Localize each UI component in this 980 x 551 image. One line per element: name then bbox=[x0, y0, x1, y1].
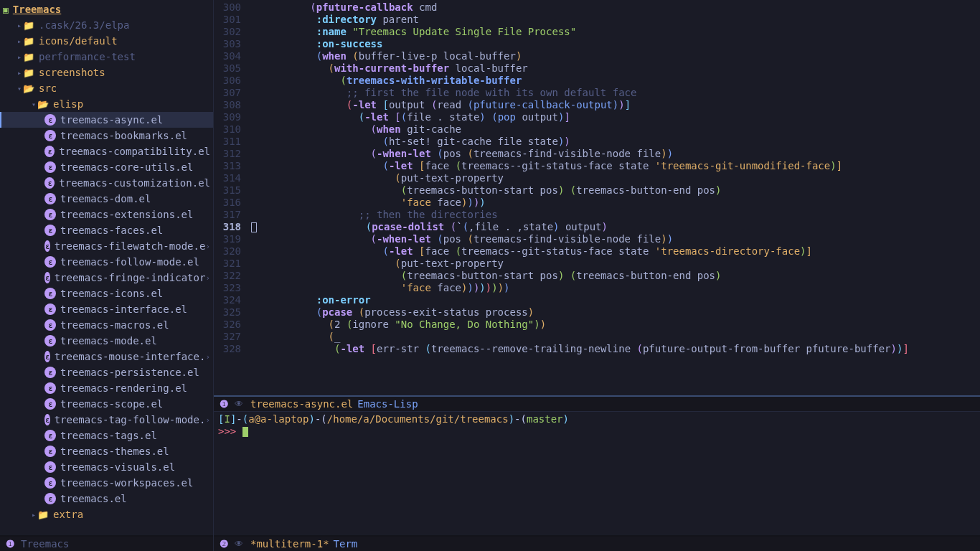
elisp-file-icon: ε bbox=[44, 303, 56, 315]
code-line[interactable]: 308 (-let [output (read (pfuture-callbac… bbox=[214, 99, 980, 111]
tree-folder-extra[interactable]: ▸ 📁 extra bbox=[0, 507, 213, 522]
tree-file[interactable]: εtreemacs-fringe-indicator› bbox=[0, 270, 213, 286]
code-line[interactable]: 322 (treemacs-button-start pos) (treemac… bbox=[214, 270, 980, 282]
tree-file[interactable]: εtreemacs-visuals.el bbox=[0, 459, 213, 475]
file-label: treemacs-tags.el bbox=[60, 430, 157, 441]
elisp-file-icon: ε bbox=[44, 225, 56, 236]
tree-folder[interactable]: ▾📂src bbox=[0, 80, 213, 96]
code-line[interactable]: 303 :on-success bbox=[214, 38, 980, 50]
tree-folder[interactable]: ▾📂elisp bbox=[0, 96, 213, 112]
code-line[interactable]: 328 (-let [err-str (treemacs--remove-tra… bbox=[214, 343, 980, 355]
code-line[interactable]: 325 (pcase (process-exit-status process) bbox=[214, 306, 980, 319]
code-content: (treemacs-button-start pos) (treemacs-bu… bbox=[250, 184, 980, 197]
code-line[interactable]: 323 'face face)))))))) bbox=[214, 282, 980, 294]
code-line[interactable]: 313 (-let [face (treemacs--git-status-fa… bbox=[214, 160, 980, 172]
code-line[interactable]: 305 (with-current-buffer local-buffer bbox=[214, 62, 980, 75]
code-content: (-let [output (read (pfuture-callback-ou… bbox=[250, 99, 980, 111]
elisp-file-icon: ε bbox=[44, 288, 56, 299]
tree-file[interactable]: εtreemacs-filewatch-mode.e› bbox=[0, 238, 213, 254]
code-line[interactable]: 310 (when git-cache bbox=[214, 123, 980, 136]
code-line[interactable]: 321 (put-text-property bbox=[214, 258, 980, 270]
file-label: treemacs-rendering.el bbox=[60, 382, 187, 394]
elisp-file-icon: ε bbox=[44, 319, 56, 331]
code-line[interactable]: 324 :on-error bbox=[214, 294, 980, 306]
window-number: ❶ bbox=[220, 398, 229, 410]
tree-file[interactable]: εtreemacs.el bbox=[0, 491, 213, 507]
tree-folder[interactable]: ▸📁performance-test bbox=[0, 49, 213, 65]
tree-file[interactable]: εtreemacs-compatibility.el bbox=[0, 143, 213, 159]
tree-file[interactable]: εtreemacs-tag-follow-mode.› bbox=[0, 412, 213, 428]
code-line[interactable]: 301 :directory parent bbox=[214, 14, 980, 26]
tree-file[interactable]: εtreemacs-bookmarks.el bbox=[0, 128, 213, 143]
code-line[interactable]: 315 (treemacs-button-start pos) (treemac… bbox=[214, 184, 980, 197]
line-number: 303 bbox=[214, 38, 250, 50]
tree-file[interactable]: εtreemacs-extensions.el bbox=[0, 207, 213, 222]
file-label: treemacs-faces.el bbox=[60, 225, 163, 236]
tree-file[interactable]: εtreemacs-follow-mode.el bbox=[0, 254, 213, 270]
elisp-file-icon: ε bbox=[44, 193, 56, 204]
tree-file[interactable]: εtreemacs-macros.el bbox=[0, 317, 213, 333]
tree-file[interactable]: εtreemacs-core-utils.el bbox=[0, 159, 213, 175]
code-line[interactable]: 327 (_ bbox=[214, 331, 980, 343]
terminal-pane[interactable]: [I]-(a@a-laptop)-(/home/a/Documents/git/… bbox=[214, 411, 980, 551]
file-label: treemacs-extensions.el bbox=[60, 209, 193, 220]
code-line[interactable]: 314 (put-text-property bbox=[214, 172, 980, 184]
tree-file[interactable]: εtreemacs-mouse-interface.› bbox=[0, 349, 213, 364]
elisp-file-icon: ε bbox=[44, 398, 56, 410]
tree-file[interactable]: εtreemacs-persistence.el bbox=[0, 364, 213, 380]
overflow-indicator: › bbox=[205, 352, 210, 362]
code-line[interactable]: 317 ;; then the directories bbox=[214, 209, 980, 221]
tree-root[interactable]: ▣ Treemacs bbox=[0, 1, 213, 17]
elisp-file-icon: ε bbox=[44, 209, 56, 220]
tree-file[interactable]: εtreemacs-faces.el bbox=[0, 222, 213, 238]
code-line[interactable]: 307 ;; first the file node with its own … bbox=[214, 87, 980, 99]
tree-file[interactable]: εtreemacs-customization.el bbox=[0, 175, 213, 191]
file-tree[interactable]: ▣ Treemacs ▸📁.cask/26.3/elpa▸📁icons/defa… bbox=[0, 0, 213, 535]
tree-file[interactable]: εtreemacs-scope.el bbox=[0, 396, 213, 412]
terminal-cursor bbox=[242, 427, 248, 437]
code-line[interactable]: 309 (-let [(file . state) (pop output)] bbox=[214, 111, 980, 123]
line-number: 321 bbox=[214, 258, 250, 270]
code-editor[interactable]: 300 (pfuture-callback cmd301 :directory … bbox=[214, 0, 980, 395]
code-line[interactable]: 320 (-let [face (treemacs--git-status-fa… bbox=[214, 245, 980, 258]
tree-file[interactable]: εtreemacs-async.el bbox=[0, 112, 213, 128]
code-content: (pcase-dolist (`(,file . ,state) output) bbox=[250, 221, 980, 233]
tree-folder[interactable]: ▸📁screenshots bbox=[0, 65, 213, 80]
tree-file[interactable]: εtreemacs-interface.el bbox=[0, 301, 213, 317]
code-line[interactable]: 311 (ht-set! git-cache file state)) bbox=[214, 136, 980, 148]
file-label: treemacs-compatibility.el bbox=[59, 146, 210, 157]
code-line[interactable]: 316 'face face)))) bbox=[214, 197, 980, 209]
terminal-input-line[interactable]: >>> bbox=[218, 425, 976, 438]
line-number: 314 bbox=[214, 172, 250, 184]
code-line[interactable]: 302 :name "Treemacs Update Single File P… bbox=[214, 26, 980, 38]
line-number: 305 bbox=[214, 62, 250, 75]
code-line[interactable]: 318 (pcase-dolist (`(,file . ,state) out… bbox=[214, 221, 980, 233]
tree-file[interactable]: εtreemacs-icons.el bbox=[0, 286, 213, 301]
elisp-file-icon: ε bbox=[44, 414, 50, 425]
folder-label: icons/default bbox=[39, 35, 118, 47]
tree-folder[interactable]: ▸📁icons/default bbox=[0, 33, 213, 49]
modeline-sidebar: ❶ Treemacs bbox=[0, 535, 213, 551]
tree-file[interactable]: εtreemacs-tags.el bbox=[0, 428, 213, 443]
expand-icon: ▸ bbox=[16, 69, 23, 77]
code-content: (pcase (process-exit-status process) bbox=[250, 306, 980, 319]
tree-file[interactable]: εtreemacs-rendering.el bbox=[0, 380, 213, 396]
file-label: treemacs-customization.el bbox=[59, 177, 210, 189]
code-line[interactable]: 300 (pfuture-callback cmd bbox=[214, 1, 980, 14]
tree-file[interactable]: εtreemacs-themes.el bbox=[0, 443, 213, 459]
code-line[interactable]: 312 (-when-let (pos (treemacs-find-visib… bbox=[214, 148, 980, 160]
elisp-file-icon: ε bbox=[44, 130, 56, 141]
code-line[interactable]: 319 (-when-let (pos (treemacs-find-visib… bbox=[214, 233, 980, 245]
line-number: 320 bbox=[214, 245, 250, 258]
tree-file[interactable]: εtreemacs-workspaces.el bbox=[0, 475, 213, 491]
buffer-name: Treemacs bbox=[21, 538, 69, 550]
code-line[interactable]: 304 (when (buffer-live-p local-buffer) bbox=[214, 50, 980, 62]
cursor bbox=[251, 222, 257, 232]
code-line[interactable]: 306 (treemacs-with-writable-buffer bbox=[214, 75, 980, 87]
code-content: :directory parent bbox=[250, 14, 980, 26]
modeline-term: ❷ 👁 *multiterm-1* Term bbox=[214, 535, 980, 551]
tree-file[interactable]: εtreemacs-dom.el bbox=[0, 191, 213, 207]
tree-folder[interactable]: ▸📁.cask/26.3/elpa bbox=[0, 17, 213, 33]
code-line[interactable]: 326 (2 (ignore "No Change, Do Nothing")) bbox=[214, 319, 980, 331]
tree-file[interactable]: εtreemacs-mode.el bbox=[0, 333, 213, 349]
